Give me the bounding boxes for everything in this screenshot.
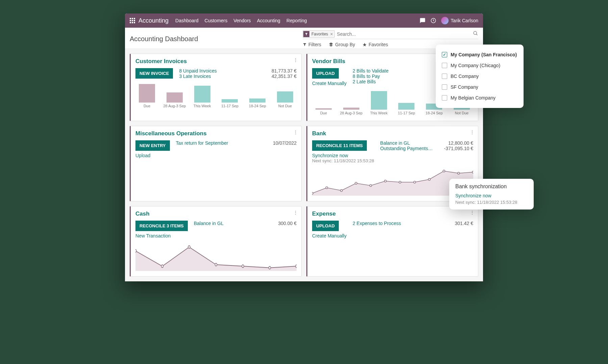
unpaid-invoices-link[interactable]: 8 Unpaid Invoices	[179, 68, 257, 74]
svg-point-17	[215, 263, 217, 266]
sync-now-link[interactable]: Synchronize now	[455, 193, 528, 198]
next-sync-text: Next sync: 11/18/2022 15:53:28	[312, 158, 374, 163]
svg-point-5	[355, 182, 357, 184]
svg-point-6	[370, 185, 372, 187]
bar-label: Not Due	[278, 104, 292, 108]
upload-link[interactable]: Upload	[135, 153, 170, 158]
late-amount: 42,351.37 €	[263, 74, 297, 79]
svg-point-16	[188, 246, 190, 248]
checkbox-icon: ✓	[442, 52, 447, 57]
svg-point-20	[296, 265, 297, 268]
bank-sync-popover: Bank synchronization Synchronize now Nex…	[449, 179, 534, 209]
bar	[222, 99, 238, 103]
search-icon[interactable]	[473, 31, 478, 37]
bar	[398, 103, 414, 110]
bar	[167, 92, 183, 103]
chip-close-icon[interactable]: ✕	[330, 32, 333, 36]
card-expense: ⋮ Expense UPLOAD Create Manually 2 Expen…	[306, 206, 478, 277]
card-title: Cash	[135, 211, 297, 217]
card-menu-icon[interactable]: ⋮	[293, 57, 298, 63]
create-manually-link[interactable]: Create Manually	[312, 81, 347, 86]
expense-value: 301.42 €	[439, 221, 473, 226]
chat-icon[interactable]	[420, 18, 426, 24]
balance-gl-link[interactable]: Balance in GL	[380, 140, 433, 146]
checkbox-icon	[442, 63, 447, 68]
clock-icon[interactable]	[430, 18, 436, 24]
svg-point-11	[443, 170, 445, 172]
svg-point-18	[242, 265, 244, 268]
search-input[interactable]	[337, 31, 473, 37]
sync-now-link[interactable]: Synchronize now	[312, 153, 374, 158]
bar-label: 18-24 Sep	[249, 104, 266, 108]
outstanding-value: -371,095.10 €	[439, 146, 473, 151]
reconcile-button[interactable]: RECONCILE 11 ITEMS	[312, 140, 367, 151]
popover-title: Bank synchronization	[455, 184, 528, 190]
user-menu[interactable]: Tarik Carlson	[441, 17, 478, 24]
card-menu-icon[interactable]: ⋮	[293, 210, 298, 215]
tax-return-link[interactable]: Tax return for September	[176, 140, 257, 146]
card-title: Bank	[312, 130, 473, 137]
card-menu-icon[interactable]: ⋮	[470, 210, 475, 215]
invoices-barchart: Due28 Aug-3 SepThis Week11-17 Sep18-24 S…	[135, 84, 297, 108]
bar	[139, 84, 155, 103]
apps-icon[interactable]	[130, 18, 135, 23]
app-name[interactable]: Accounting	[138, 17, 169, 24]
bar-label: This Week	[370, 111, 388, 115]
nav-vendors[interactable]: Vendors	[233, 18, 251, 23]
nav-dashboard[interactable]: Dashboard	[175, 18, 199, 23]
bar-label: This Week	[194, 104, 211, 108]
company-option[interactable]: SF Company	[442, 82, 517, 92]
unpaid-amount: 81,773.37 €	[263, 68, 297, 74]
new-entry-button[interactable]: NEW ENTRY	[135, 140, 170, 151]
filter-chip-favorites[interactable]: Favorites ✕	[303, 30, 335, 38]
next-sync-text: Next sync: 11/18/2022 15:53:28	[455, 200, 528, 205]
bar-label: Due	[320, 111, 327, 115]
new-invoice-button[interactable]: NEW INVOICE	[135, 68, 173, 79]
reconcile-button[interactable]: RECONCILE 3 ITEMS	[135, 221, 188, 231]
bar-label: 11-17 Sep	[221, 104, 238, 108]
company-option[interactable]: My Company (Chicago)	[442, 60, 517, 71]
card-misc-operations: ⋮ Miscellaneous Operations NEW ENTRY Upl…	[130, 126, 302, 201]
bar-label: 18-24 Sep	[426, 111, 443, 115]
checkbox-icon	[442, 74, 447, 79]
company-option[interactable]: BC Company	[442, 71, 517, 82]
outstanding-link[interactable]: Outstanding Payments…	[380, 146, 433, 151]
card-menu-icon[interactable]: ⋮	[470, 130, 475, 135]
svg-point-13	[472, 171, 473, 173]
bar	[277, 91, 293, 103]
company-label: My Belgian Company	[451, 95, 496, 101]
svg-point-9	[414, 181, 416, 183]
create-manually-link[interactable]: Create Manually	[312, 233, 347, 239]
nav-accounting[interactable]: Accounting	[257, 18, 280, 23]
svg-point-15	[161, 265, 163, 268]
subheader: Accounting Dashboard Favorites ✕	[125, 28, 483, 49]
bar	[371, 91, 387, 110]
svg-point-14	[135, 250, 136, 252]
company-label: My Company (San Francisco)	[451, 52, 517, 57]
upload-button[interactable]: UPLOAD	[312, 68, 339, 79]
new-transaction-link[interactable]: New Transaction	[135, 233, 188, 239]
nav-reporting[interactable]: Reporting	[286, 18, 307, 23]
expenses-process-link[interactable]: 2 Expenses to Process	[353, 221, 433, 226]
company-option[interactable]: ✓My Company (San Francisco)	[442, 49, 517, 60]
user-name: Tarik Carlson	[451, 18, 478, 23]
favorites-button[interactable]: Favorites	[362, 42, 388, 47]
company-selector-popover: ✓My Company (San Francisco)My Company (C…	[436, 45, 524, 108]
bar-label: 11-17 Sep	[398, 111, 415, 115]
svg-point-19	[269, 267, 271, 269]
tax-return-date: 10/07/2022	[263, 140, 297, 146]
balance-gl-link[interactable]: Balance in GL	[194, 221, 257, 226]
card-menu-icon[interactable]: ⋮	[293, 130, 298, 135]
bar-label: Due	[144, 104, 150, 108]
bar	[249, 99, 265, 103]
bar-label: 28 Aug-3 Sep	[163, 104, 186, 108]
bar	[343, 108, 359, 110]
company-option[interactable]: My Belgian Company	[442, 92, 517, 103]
groupby-button[interactable]: Group By	[329, 42, 355, 47]
search-bar[interactable]: Favorites ✕	[303, 30, 478, 39]
nav-customers[interactable]: Customers	[205, 18, 228, 23]
upload-button[interactable]: UPLOAD	[312, 221, 339, 231]
filters-button[interactable]: Filters	[303, 42, 321, 47]
svg-point-3	[326, 187, 328, 189]
late-invoices-link[interactable]: 3 Late Invoices	[179, 74, 257, 79]
